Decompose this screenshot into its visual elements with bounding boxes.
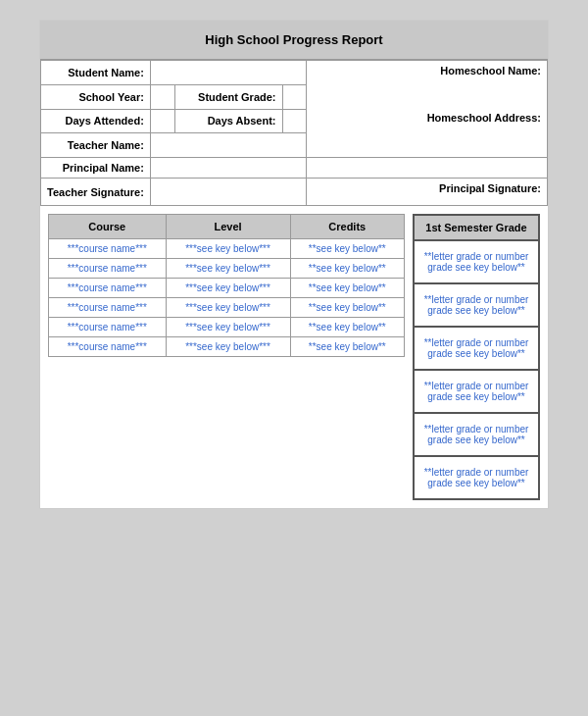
grade-table-container: 1st Semester Grade **letter grade or num… [413,214,540,500]
school-year-value[interactable] [150,84,174,109]
homeschool-block: Homeschool Name: Homeschool Address: [307,61,548,158]
level-cell[interactable]: ***see key below*** [166,259,290,279]
grade-cell[interactable]: **letter grade or number grade see key b… [414,283,539,327]
teacher-signature-value[interactable] [150,179,306,206]
principal-name-label: Principal Name: [41,158,151,179]
col-grade-header: 1st Semester Grade [414,215,539,240]
level-cell[interactable]: ***see key below*** [166,239,290,259]
col-course-header: Course [49,215,167,239]
title-text: High School Progress Report [205,32,382,47]
table-row: ***course name******see key below*****se… [49,259,405,279]
teacher-signature-label: Teacher Signature: [41,179,151,206]
student-grade-label: Student Grade: [174,84,282,109]
table-row: ***course name******see key below*****se… [49,239,405,259]
course-name-cell[interactable]: ***course name*** [49,239,167,259]
col-credits-header: Credits [290,215,404,239]
course-name-cell[interactable]: ***course name*** [49,318,167,337]
homeschool-name-label: Homeschool Name: [313,65,541,77]
principal-signature-label: Principal Signature: [307,179,548,206]
grade-row: **letter grade or number grade see key b… [414,283,539,327]
credits-cell[interactable]: **see key below** [290,239,404,259]
days-attended-label: Days Attended: [41,109,151,133]
info-table: Student Name: Homeschool Name: Homeschoo… [40,60,548,206]
courses-section: Course Level Credits ***course name*****… [40,214,548,508]
page-title: High School Progress Report [40,21,548,60]
principal-name-right [307,158,548,179]
grade-row: **letter grade or number grade see key b… [414,240,539,283]
table-row: ***course name******see key below*****se… [49,279,405,298]
level-cell[interactable]: ***see key below*** [166,318,290,337]
table-row: ***course name******see key below*****se… [49,337,405,357]
courses-table: Course Level Credits ***course name*****… [48,214,405,357]
grade-cell[interactable]: **letter grade or number grade see key b… [414,240,539,283]
grade-row: **letter grade or number grade see key b… [414,413,539,456]
grade-row: **letter grade or number grade see key b… [414,327,539,370]
level-cell[interactable]: ***see key below*** [166,298,290,318]
course-name-cell[interactable]: ***course name*** [49,298,167,318]
homeschool-name-value[interactable] [313,77,541,96]
level-cell[interactable]: ***see key below*** [166,337,290,357]
days-attended-value[interactable] [150,109,174,133]
student-grade-value[interactable] [282,84,307,109]
credits-cell[interactable]: **see key below** [290,279,404,298]
courses-table-container: Course Level Credits ***course name*****… [48,214,405,500]
grade-row: **letter grade or number grade see key b… [414,370,539,413]
grade-cell[interactable]: **letter grade or number grade see key b… [414,370,539,413]
col-level-header: Level [166,215,290,239]
credits-cell[interactable]: **see key below** [290,318,404,337]
days-absent-label: Days Absent: [174,109,282,133]
table-row: ***course name******see key below*****se… [49,318,405,337]
course-name-cell[interactable]: ***course name*** [49,337,167,357]
homeschool-address-label: Homeschool Address: [313,112,541,124]
grade-cell[interactable]: **letter grade or number grade see key b… [414,327,539,370]
homeschool-address-value[interactable] [313,124,541,153]
level-cell[interactable]: ***see key below*** [166,279,290,298]
principal-name-value[interactable] [150,158,306,179]
grade-cell[interactable]: **letter grade or number grade see key b… [414,413,539,456]
table-row: ***course name******see key below*****se… [49,298,405,318]
student-name-label: Student Name: [41,61,151,85]
days-absent-value[interactable] [282,109,307,133]
grade-cell[interactable]: **letter grade or number grade see key b… [414,456,539,499]
page: High School Progress Report Student Name… [39,20,549,509]
school-year-label: School Year: [41,84,151,109]
teacher-name-value[interactable] [150,133,306,158]
grade-table: 1st Semester Grade **letter grade or num… [413,214,540,500]
grade-row: **letter grade or number grade see key b… [414,456,539,499]
credits-cell[interactable]: **see key below** [290,337,404,357]
course-name-cell[interactable]: ***course name*** [49,259,167,279]
credits-cell[interactable]: **see key below** [290,259,404,279]
course-name-cell[interactable]: ***course name*** [49,279,167,298]
credits-cell[interactable]: **see key below** [290,298,404,318]
teacher-name-label: Teacher Name: [41,133,151,158]
student-name-value[interactable] [150,61,306,85]
